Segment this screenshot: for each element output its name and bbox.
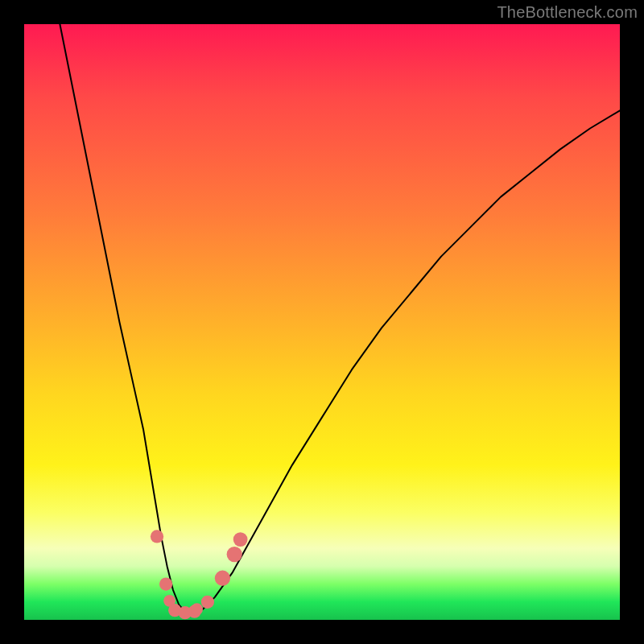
data-marker <box>233 532 248 547</box>
data-marker <box>215 571 230 586</box>
chart-svg <box>24 24 620 620</box>
data-marker <box>201 596 214 609</box>
watermark-text: TheBottleneck.com <box>497 3 638 22</box>
bottleneck-curve <box>60 24 620 613</box>
data-marker <box>159 577 172 590</box>
chart-frame: TheBottleneck.com <box>0 0 644 644</box>
data-markers <box>151 530 248 619</box>
data-marker <box>191 603 203 615</box>
data-marker <box>227 547 242 562</box>
data-marker <box>151 530 163 543</box>
plot-area <box>24 24 620 620</box>
